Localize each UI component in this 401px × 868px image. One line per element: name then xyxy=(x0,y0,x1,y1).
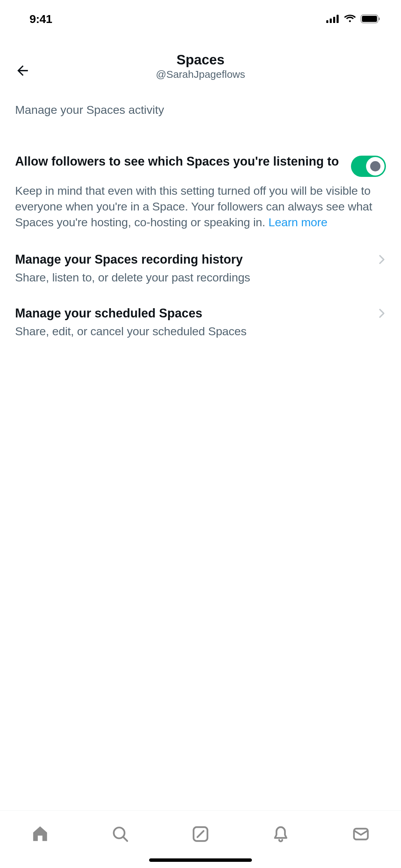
toggle-knob xyxy=(366,157,385,176)
svg-rect-0 xyxy=(326,20,328,23)
nav-header: Spaces @SarahJpageflows xyxy=(0,38,401,93)
battery-icon xyxy=(361,14,380,23)
bell-icon xyxy=(271,825,290,843)
link-scheduled-spaces-description: Share, edit, or cancel your scheduled Sp… xyxy=(15,325,386,338)
back-button[interactable] xyxy=(12,60,33,81)
svg-line-10 xyxy=(197,831,204,837)
tab-search[interactable] xyxy=(109,823,131,845)
page-title: Spaces xyxy=(14,51,387,68)
toggle-allow-followers[interactable] xyxy=(351,156,386,177)
tab-home[interactable] xyxy=(29,823,51,845)
nav-title-block: Spaces @SarahJpageflows xyxy=(14,51,387,80)
wifi-icon xyxy=(344,15,356,23)
svg-rect-2 xyxy=(333,17,335,23)
status-bar: 9:41 xyxy=(0,0,401,38)
chevron-right-icon xyxy=(378,255,386,264)
page-subtitle: @SarahJpageflows xyxy=(14,69,387,80)
status-icons xyxy=(326,14,380,23)
link-scheduled-spaces[interactable]: Manage your scheduled Spaces Share, edit… xyxy=(15,284,386,338)
tab-notifications[interactable] xyxy=(270,823,292,845)
link-recording-history[interactable]: Manage your Spaces recording history Sha… xyxy=(15,230,386,284)
setting-allow-followers: Allow followers to see which Spaces you'… xyxy=(15,117,386,230)
home-indicator[interactable] xyxy=(149,858,252,862)
compose-icon xyxy=(191,825,210,843)
link-scheduled-spaces-title: Manage your scheduled Spaces xyxy=(15,306,202,321)
link-recording-history-description: Share, listen to, or delete your past re… xyxy=(15,271,386,284)
svg-rect-3 xyxy=(337,15,339,23)
home-icon xyxy=(31,825,49,843)
tab-compose[interactable] xyxy=(190,823,211,845)
section-intro: Manage your Spaces activity xyxy=(0,93,401,117)
envelope-icon xyxy=(352,825,370,843)
setting-allow-followers-description: Keep in mind that even with this setting… xyxy=(15,183,386,230)
tab-messages[interactable] xyxy=(350,823,372,845)
search-icon xyxy=(111,825,130,843)
arrow-left-icon xyxy=(15,63,31,79)
status-time: 9:41 xyxy=(29,12,52,26)
learn-more-link[interactable]: Learn more xyxy=(268,216,327,229)
svg-rect-1 xyxy=(330,19,332,23)
chevron-right-icon xyxy=(378,309,386,318)
svg-rect-5 xyxy=(362,16,377,22)
setting-allow-followers-title: Allow followers to see which Spaces you'… xyxy=(15,154,341,169)
svg-line-8 xyxy=(123,837,127,841)
link-recording-history-title: Manage your Spaces recording history xyxy=(15,252,243,267)
cellular-icon xyxy=(326,15,339,23)
svg-rect-6 xyxy=(379,17,380,20)
